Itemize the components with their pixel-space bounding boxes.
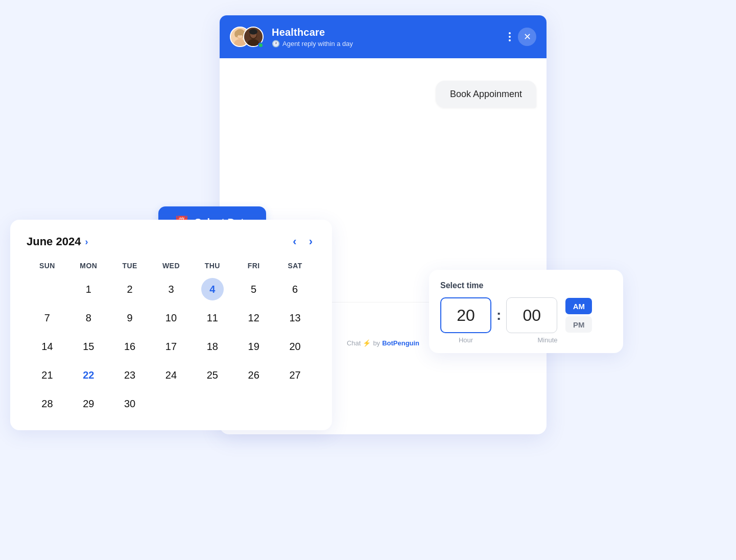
- prev-month-button[interactable]: ‹: [290, 234, 299, 249]
- calendar-day[interactable]: 30: [109, 389, 151, 418]
- chat-header: Healthcare 🕐 Agent reply within a day ✕: [220, 15, 547, 58]
- calendar-day[interactable]: 25: [192, 361, 233, 389]
- weekday-sun: SUN: [27, 259, 68, 275]
- minute-box[interactable]: 00: [506, 297, 557, 333]
- calendar-day: [233, 389, 274, 418]
- calendar-day[interactable]: 16: [109, 332, 151, 361]
- calendar-day[interactable]: 21: [27, 361, 68, 389]
- calendar-navigation: ‹ ›: [290, 234, 316, 249]
- calendar-day[interactable]: 26: [233, 361, 274, 389]
- calendar-day[interactable]: 24: [151, 361, 192, 389]
- calendar-week-row: 21222324252627: [27, 361, 316, 389]
- book-bubble-container: Book Appoinment: [230, 76, 536, 108]
- hour-box[interactable]: 20: [440, 297, 491, 333]
- weekday-mon: MON: [68, 259, 109, 275]
- calendar-day[interactable]: 10: [151, 304, 192, 332]
- time-picker-label: Select time: [440, 281, 612, 290]
- time-picker-row: 20 : 00 AM PM: [440, 297, 612, 333]
- am-button[interactable]: AM: [565, 298, 592, 314]
- calendar-day[interactable]: 8: [68, 304, 109, 332]
- calendar-day: [27, 275, 68, 304]
- calendar-day[interactable]: 29: [68, 389, 109, 418]
- calendar-day[interactable]: 19: [233, 332, 274, 361]
- calendar-card: June 2024 › ‹ › SUN MON TUE WED THU FRI …: [10, 220, 332, 430]
- chat-title: Healthcare: [272, 27, 500, 38]
- header-actions: ✕: [507, 28, 536, 46]
- calendar-days-body: 1234567891011121314151617181920212223242…: [27, 275, 316, 418]
- clock-icon: 🕐: [272, 40, 280, 48]
- calendar-week-row: 123456: [27, 275, 316, 304]
- calendar-day: [192, 389, 233, 418]
- calendar-day: [274, 389, 316, 418]
- calendar-day[interactable]: 13: [274, 304, 316, 332]
- calendar-week-row: 78910111213: [27, 304, 316, 332]
- calendar-header: June 2024 › ‹ ›: [27, 234, 316, 249]
- calendar-day[interactable]: 1: [68, 275, 109, 304]
- svg-point-5: [234, 31, 238, 37]
- ampm-column: AM PM: [565, 298, 592, 333]
- chat-header-info: Healthcare 🕐 Agent reply within a day: [272, 27, 500, 48]
- more-options-button[interactable]: [507, 30, 513, 43]
- calendar-day[interactable]: 15: [68, 332, 109, 361]
- calendar-week-row: 14151617181920: [27, 332, 316, 361]
- calendar-day[interactable]: 11: [192, 304, 233, 332]
- pm-button[interactable]: PM: [565, 316, 592, 333]
- chat-subtitle: 🕐 Agent reply within a day: [272, 40, 500, 48]
- svg-point-11: [249, 29, 257, 35]
- calendar-day[interactable]: 22: [68, 361, 109, 389]
- minute-value: 00: [523, 306, 541, 325]
- calendar-day[interactable]: 27: [274, 361, 316, 389]
- powered-by: by: [373, 339, 380, 347]
- calendar-day[interactable]: 3: [151, 275, 192, 304]
- book-bubble: Book Appoinment: [436, 81, 536, 108]
- time-picker-card: Select time 20 : 00 AM PM Hour Minute: [429, 270, 623, 353]
- powered-prefix: Chat: [347, 339, 361, 347]
- minute-label: Minute: [522, 336, 573, 344]
- month-year-text: June 2024: [27, 235, 81, 248]
- month-year: June 2024 ›: [27, 235, 88, 248]
- online-indicator: [258, 42, 264, 48]
- calendar-day[interactable]: 23: [109, 361, 151, 389]
- month-chevron-icon[interactable]: ›: [85, 237, 88, 247]
- calendar-day[interactable]: 4: [192, 275, 233, 304]
- close-button[interactable]: ✕: [518, 28, 536, 46]
- brand-name: BotPenguin: [382, 339, 419, 347]
- calendar-day[interactable]: 20: [274, 332, 316, 361]
- hour-value: 20: [457, 306, 475, 325]
- calendar-day[interactable]: 17: [151, 332, 192, 361]
- calendar-day[interactable]: 6: [274, 275, 316, 304]
- weekday-thu: THU: [192, 259, 233, 275]
- weekday-tue: TUE: [109, 259, 151, 275]
- time-colon: :: [496, 307, 501, 323]
- bolt-icon: ⚡: [363, 339, 371, 347]
- avatar-group: [230, 25, 265, 49]
- calendar-grid: SUN MON TUE WED THU FRI SAT 123456789101…: [27, 259, 316, 418]
- calendar-day: [151, 389, 192, 418]
- time-labels-row: Hour Minute: [440, 336, 612, 344]
- calendar-week-row: 282930: [27, 389, 316, 418]
- calendar-day[interactable]: 9: [109, 304, 151, 332]
- calendar-day[interactable]: 28: [27, 389, 68, 418]
- calendar-day[interactable]: 5: [233, 275, 274, 304]
- next-month-button[interactable]: ›: [306, 234, 316, 249]
- calendar-day[interactable]: 2: [109, 275, 151, 304]
- weekday-sat: SAT: [274, 259, 316, 275]
- weekday-wed: WED: [151, 259, 192, 275]
- chat-subtitle-text: Agent reply within a day: [282, 40, 353, 48]
- calendar-day[interactable]: 14: [27, 332, 68, 361]
- calendar-day[interactable]: 7: [27, 304, 68, 332]
- calendar-day[interactable]: 18: [192, 332, 233, 361]
- calendar-day[interactable]: 12: [233, 304, 274, 332]
- hour-label: Hour: [440, 336, 491, 344]
- weekday-fri: FRI: [233, 259, 274, 275]
- calendar-weekdays-row: SUN MON TUE WED THU FRI SAT: [27, 259, 316, 275]
